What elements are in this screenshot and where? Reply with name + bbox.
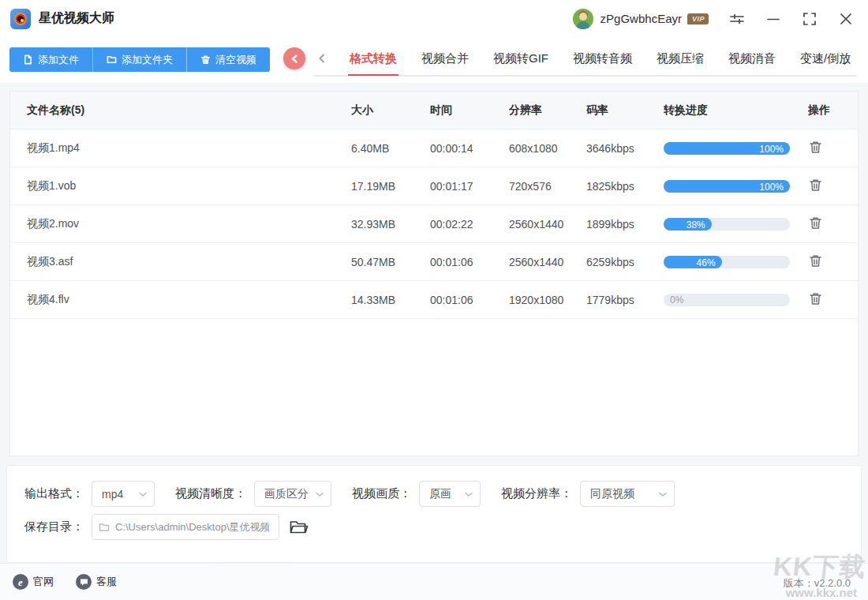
file-bitrate: 1825kbps — [586, 180, 664, 193]
header-resolution: 分辨率 — [509, 103, 586, 118]
tab-speed-reverse[interactable]: 变速/倒放 — [799, 43, 852, 74]
trash-icon — [808, 253, 823, 268]
file-size: 6.40MB — [351, 142, 430, 155]
file-bitrate: 3646kbps — [586, 142, 664, 155]
file-name: 视频1.vob — [27, 179, 351, 193]
chevron-down-icon — [138, 489, 148, 499]
file-name: 视频2.mov — [27, 217, 351, 231]
close-icon[interactable] — [838, 11, 854, 27]
settings-panel: 输出格式： mp4 视频清晰度： 画质区分 视频画质： 原画 视频分辨率： 同原… — [6, 465, 862, 563]
progress-fill: 100% — [664, 142, 790, 155]
chevron-down-icon — [315, 489, 324, 499]
table-row: 视频1.vob 17.19MB 00:01:17 720x576 1825kbp… — [10, 167, 858, 205]
table-row: 视频3.asf 50.47MB 00:01:06 2560x1440 6259k… — [10, 243, 858, 281]
browser-e-icon: e — [13, 574, 28, 590]
tab-video-merge[interactable]: 视频合并 — [420, 43, 470, 74]
delete-row-button[interactable] — [808, 215, 824, 231]
header-name: 文件名称(5) — [27, 103, 351, 118]
support-link[interactable]: 客服 — [76, 574, 117, 590]
file-resolution: 608x1080 — [509, 142, 586, 155]
tab-format-convert[interactable]: 格式转换 — [348, 43, 398, 76]
file-time: 00:02:22 — [430, 218, 509, 231]
save-dir-input[interactable]: C:\Users\admin\Desktop\星优视频 — [92, 514, 279, 540]
table-row: 视频4.flv 14.33MB 00:01:06 1920x1080 1779k… — [10, 281, 858, 319]
quality-value: 原画 — [429, 487, 451, 501]
clarity-value: 画质区分 — [264, 487, 309, 501]
tabs-scroll-left-icon[interactable] — [317, 54, 327, 63]
add-file-label: 添加文件 — [38, 53, 79, 67]
tab-video-to-gif[interactable]: 视频转GIF — [492, 43, 550, 74]
browse-folder-button[interactable] — [289, 519, 309, 536]
maximize-icon[interactable] — [802, 11, 817, 27]
file-bitrate: 1779kbps — [586, 294, 664, 306]
add-file-button[interactable]: 添加文件 — [9, 47, 92, 72]
header-bitrate: 码率 — [586, 103, 664, 118]
delete-row-button[interactable] — [808, 291, 824, 306]
file-time: 00:00:14 — [430, 142, 509, 155]
clarity-label: 视频清晰度： — [175, 486, 246, 501]
file-time: 00:01:06 — [430, 294, 509, 306]
username[interactable]: zPgGwbhcEayr — [600, 12, 682, 25]
file-resolution: 2560x1440 — [509, 256, 586, 268]
file-bitrate: 1899kbps — [586, 218, 664, 231]
clear-videos-button[interactable]: 清空视频 — [186, 47, 270, 72]
resolution-select[interactable]: 同原视频 — [580, 481, 675, 507]
file-resolution: 720x576 — [509, 180, 586, 193]
clarity-select[interactable]: 画质区分 — [254, 481, 331, 507]
toolbar: 添加文件 添加文件夹 清空视频 格式转换 视频合并 视频转GIF 视频转音频 视… — [0, 37, 868, 83]
progress-bar: 100% — [664, 142, 790, 155]
delete-row-button[interactable] — [808, 177, 824, 193]
output-format-label: 输出格式： — [24, 486, 84, 501]
output-format-select[interactable]: mp4 — [92, 481, 155, 507]
website-label: 官网 — [33, 575, 54, 589]
clear-videos-label: 清空视频 — [215, 53, 256, 67]
file-icon — [23, 54, 33, 65]
footer: e 官网 客服 版本：v2.2.0.0 KK下载 www.kkx.net — [0, 563, 868, 600]
app-logo-icon — [10, 9, 31, 29]
quality-select[interactable]: 原画 — [419, 481, 481, 507]
trash-icon — [808, 291, 823, 306]
progress-fill: 38% — [664, 218, 712, 231]
trash-icon — [808, 216, 823, 231]
delete-row-button[interactable] — [808, 253, 824, 268]
settings-sliders-icon[interactable] — [729, 11, 745, 27]
file-table: 文件名称(5) 大小 时间 分辨率 码率 转换进度 操作 视频1.mp4 6.4… — [9, 91, 859, 456]
file-button-group: 添加文件 添加文件夹 清空视频 — [9, 47, 270, 72]
progress-label: 38% — [687, 219, 712, 231]
file-size: 50.47MB — [351, 256, 430, 268]
header-progress: 转换进度 — [664, 103, 808, 118]
tab-strip: 格式转换 视频合并 视频转GIF 视频转音频 视频压缩 视频消音 变速/倒放 音… — [314, 42, 857, 77]
progress-label: 100% — [759, 143, 790, 155]
website-link[interactable]: e 官网 — [13, 574, 54, 590]
collapse-back-button[interactable] — [283, 47, 305, 69]
progress-bar: 38% — [664, 218, 790, 231]
table-row: 视频2.mov 32.93MB 00:02:22 2560x1440 1899k… — [10, 205, 858, 243]
tab-video-mute[interactable]: 视频消音 — [727, 43, 777, 74]
delete-row-button[interactable] — [808, 139, 824, 155]
file-size: 14.33MB — [351, 294, 430, 306]
quality-label: 视频画质： — [352, 486, 411, 501]
add-folder-button[interactable]: 添加文件夹 — [92, 47, 186, 72]
file-resolution: 2560x1440 — [509, 218, 586, 231]
progress-label: 100% — [759, 181, 790, 193]
table-row: 视频1.mp4 6.40MB 00:00:14 608x1080 3646kbp… — [10, 129, 858, 167]
titlebar: 星优视频大师 zPgGwbhcEayr VIP — [0, 0, 868, 37]
file-time: 00:01:17 — [430, 180, 509, 193]
folder-open-icon — [289, 519, 309, 535]
user-avatar[interactable] — [573, 9, 593, 29]
trash-icon — [808, 140, 823, 155]
resolution-label: 视频分辨率： — [501, 486, 572, 501]
save-dir-value: C:\Users\admin\Desktop\星优视频 — [115, 520, 271, 534]
tab-video-compress[interactable]: 视频压缩 — [655, 43, 705, 74]
chevron-left-icon — [290, 54, 299, 63]
tab-video-to-audio[interactable]: 视频转音频 — [571, 43, 634, 74]
header-actions: 操作 — [808, 103, 858, 118]
support-label: 客服 — [96, 575, 117, 589]
progress-label: 46% — [697, 257, 722, 268]
minimize-icon[interactable] — [765, 11, 781, 27]
file-name: 视频3.asf — [27, 255, 351, 269]
file-name: 视频4.flv — [27, 293, 351, 307]
save-dir-label: 保存目录： — [24, 519, 84, 534]
header-size: 大小 — [351, 103, 430, 118]
file-size: 32.93MB — [351, 218, 430, 231]
